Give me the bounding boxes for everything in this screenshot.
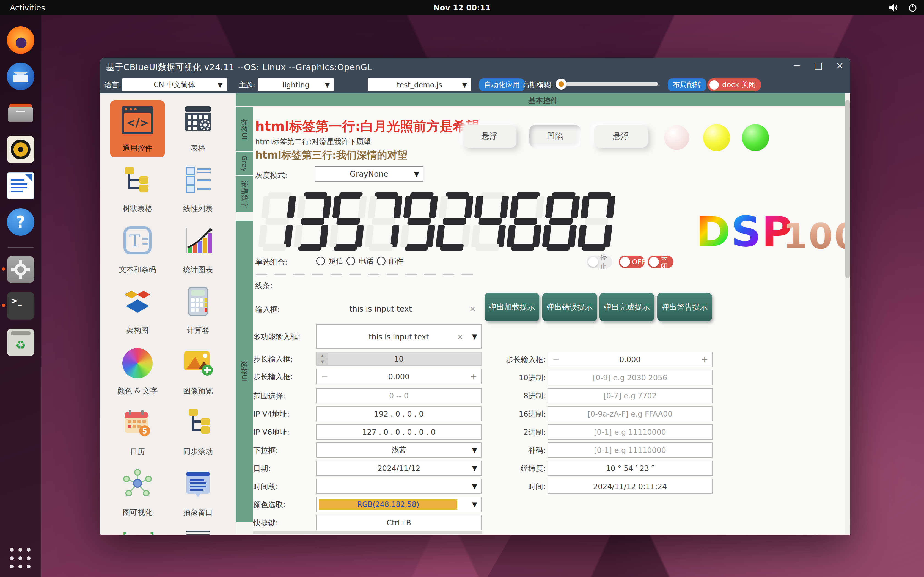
input-field[interactable]: this is input text — [292, 305, 468, 314]
radio-短信[interactable]: 短信 — [316, 256, 343, 266]
sidebar-item-label: 抽象窗口 — [171, 508, 226, 517]
field-16进制[interactable]: [0-9a-zA-F] e.g FFAA00 — [548, 406, 712, 421]
field-范围选择[interactable]: 0 -- 0 — [316, 388, 481, 403]
sidebar-item-文本和条码[interactable]: T文本和条码 — [110, 222, 165, 279]
vertical-scrollbar[interactable] — [845, 93, 850, 535]
popup-button-3[interactable]: 弹出警告提示 — [657, 293, 712, 321]
close-icon[interactable]: × — [836, 60, 844, 71]
auto-apply-button[interactable]: 自动化应用 — [479, 78, 525, 91]
dock-item-help[interactable]: ? — [7, 208, 34, 236]
field-2进制[interactable]: [0-1] e.g 11110000 — [548, 424, 712, 440]
dock-item-thunderbird[interactable] — [7, 63, 34, 90]
sidebar-item-lines[interactable] — [171, 525, 226, 535]
clear-icon[interactable]: × — [457, 332, 464, 341]
field-步长输入框[interactable]: ▲▼10 — [316, 352, 481, 366]
toggle-OFF[interactable]: OFF — [619, 256, 645, 268]
sidebar-item-brackets[interactable]: [···] — [110, 525, 165, 535]
theme-dropdown[interactable]: lighting▼ — [258, 78, 334, 91]
segment-b — [464, 196, 473, 218]
segment-f — [545, 196, 554, 218]
increment-icon[interactable]: + — [470, 372, 477, 381]
field-时间[interactable]: 2024/11/12 0:11:24 — [548, 479, 712, 494]
scrollbar-thumb[interactable] — [845, 100, 850, 278]
neu-button-raised-0[interactable]: 悬浮 — [462, 125, 517, 148]
activities-button[interactable]: Activities — [10, 3, 45, 12]
slider-handle[interactable] — [556, 79, 567, 90]
field-颜色选取[interactable]: RGB(248,182,58)▼ — [316, 497, 481, 512]
dock-item-rhythmbox[interactable] — [7, 136, 34, 163]
sidebar-item-通用控件[interactable]: </>通用控件 — [110, 100, 165, 158]
field-步长输入框[interactable]: −0.000+ — [548, 352, 712, 367]
dock-item-firefox[interactable] — [7, 26, 34, 54]
increment-icon[interactable]: + — [701, 355, 708, 364]
left-tab-液晶数字[interactable]: 液晶数字 — [236, 176, 253, 212]
field-10进制[interactable]: [0-9] e.g 2030 2056 — [548, 370, 712, 385]
popup-button-2[interactable]: 弹出完成提示 — [599, 293, 654, 321]
maximize-icon[interactable]: □ — [814, 60, 822, 71]
slider-track[interactable] — [556, 82, 658, 86]
dock-item-files[interactable] — [7, 99, 34, 127]
sidebar-item-线性列表[interactable]: 线性列表 — [171, 161, 226, 218]
field-label: IP V4地址: — [253, 409, 314, 419]
dock-item-settings[interactable] — [7, 256, 34, 283]
sidebar-item-颜色 & 文字[interactable]: 颜色 & 文字 — [110, 343, 165, 400]
segment-b — [606, 196, 615, 218]
sidebar-item-图可视化[interactable]: 图可视化 — [110, 465, 165, 522]
segment-b — [322, 196, 331, 218]
neu-button-inset-1[interactable]: 凹陷 — [529, 125, 581, 148]
layout-flip-button[interactable]: 布局翻转 — [668, 78, 706, 91]
field-步长输入框[interactable]: −0.000+ — [316, 369, 481, 384]
field-快捷键[interactable]: Ctrl+B — [316, 515, 481, 530]
minimize-icon[interactable]: − — [793, 60, 801, 71]
lcd-digit-4 — [471, 192, 509, 251]
popup-button-1[interactable]: 弹出错误提示 — [542, 293, 597, 321]
sidebar-item-图像预览[interactable]: 图像预览 — [171, 343, 226, 400]
segment-a — [481, 192, 505, 199]
field-8进制[interactable]: [0-7] e.g 7702 — [548, 388, 712, 403]
dock-item-terminal[interactable]: >_ — [7, 292, 34, 319]
sidebar-item-树状表格[interactable]: 树状表格 — [110, 161, 165, 218]
field-IP V6地址[interactable]: 127 . 0 . 0 . 0 . 0 . 0 — [316, 424, 481, 440]
field-时间段[interactable]: ▼ — [316, 479, 481, 494]
field-多功能输入框[interactable]: ×this is input text▼ — [316, 324, 481, 349]
segment-a — [268, 192, 292, 199]
field-日期[interactable]: 2024/11/12▼ — [316, 461, 481, 476]
clock[interactable]: Nov 12 00:11 — [433, 3, 491, 12]
dock-item-libreoffice-writer[interactable] — [7, 172, 34, 200]
left-tab-Gray[interactable]: Gray — [236, 152, 253, 175]
field-补码[interactable]: [0-1] e.g 11110000 — [548, 442, 712, 458]
radio-邮件[interactable]: 邮件 — [377, 256, 404, 266]
sidebar-item-同步滚动[interactable]: 同步滚动 — [171, 404, 226, 461]
gray-mode-dropdown[interactable]: GrayNone▼ — [315, 166, 423, 182]
calendar-icon: 5 — [121, 408, 154, 441]
sidebar-item-表格[interactable]: 表格 — [171, 100, 226, 158]
system-tray[interactable] — [889, 0, 918, 15]
toggle-关闭[interactable]: 关闭 — [648, 256, 674, 268]
spin-arrows[interactable]: ▲▼ — [317, 353, 328, 365]
script-dropdown[interactable]: test_demo.js▼ — [368, 78, 471, 91]
field-下拉框[interactable]: 浅蓝▼ — [316, 442, 481, 458]
language-dropdown[interactable]: CN-中文简体▼ — [122, 78, 227, 91]
toggle-停止[interactable]: 停止 — [587, 256, 612, 268]
decrement-icon[interactable]: − — [321, 372, 328, 381]
field-IP V4地址[interactable]: 192 . 0 . 0 . 0 — [316, 406, 481, 421]
sidebar-item-抽象窗口[interactable]: 抽象窗口 — [171, 465, 226, 522]
left-tab-标签UI[interactable]: 标签UI — [236, 107, 253, 151]
sidebar-item-统计图表[interactable]: 统计图表 — [171, 222, 226, 279]
sidebar-item-日历[interactable]: 5日历 — [110, 404, 165, 461]
radio-电话[interactable]: 电话 — [347, 256, 373, 266]
decrement-icon[interactable]: − — [552, 355, 559, 364]
popup-button-0[interactable]: 弹出加载提示 — [485, 293, 539, 321]
dock-item-trash[interactable]: ♻ — [7, 329, 34, 356]
tab-basic-widgets[interactable]: 基本控件 — [236, 93, 850, 106]
dock-toggle[interactable]: dock 关闭 — [707, 78, 761, 92]
show-applications-button[interactable] — [10, 548, 31, 569]
blur-slider[interactable] — [556, 79, 658, 90]
left-tab-选择UI[interactable]: 选择UI — [236, 221, 253, 522]
neu-button-raised-2[interactable]: 悬浮 — [594, 125, 648, 148]
sidebar-item-计算器[interactable]: 计算器 — [171, 282, 226, 340]
clear-icon[interactable]: × — [469, 304, 476, 314]
field-经纬度[interactable]: 10 ° 54 ′ 23 ″ — [548, 461, 712, 476]
sidebar-item-架构图[interactable]: 架构图 — [110, 282, 165, 340]
title-bar[interactable]: 基于CBlueUI数据可视化 v24.11 --OS: Linux --Grap… — [100, 58, 850, 75]
